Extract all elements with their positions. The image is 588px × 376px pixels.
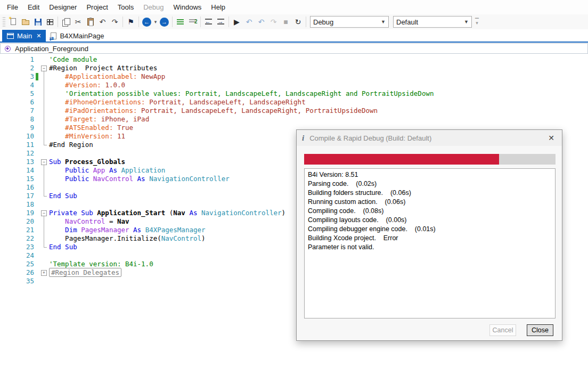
restart-icon[interactable]: ↻ bbox=[292, 16, 304, 28]
resume-icon[interactable]: ↶ bbox=[243, 16, 255, 28]
code-text: #iPhoneOrientations: Portrait, Landscape… bbox=[49, 98, 306, 107]
code-line-5[interactable]: 5 'Orientation possible values: Portrait… bbox=[0, 89, 588, 98]
back-history-dropdown-icon[interactable]: ▾ bbox=[153, 16, 158, 28]
code-text: #ApplicationLabel: NewApp bbox=[49, 72, 165, 81]
code-line-8[interactable]: 8 #Target: iPhone, iPad bbox=[0, 115, 588, 124]
menu-windows[interactable]: Windows bbox=[169, 1, 207, 14]
deploy-target-select[interactable]: Default▼ bbox=[393, 16, 472, 28]
expand-region-icon[interactable]: + bbox=[41, 270, 47, 276]
collapse-region-icon[interactable]: − bbox=[41, 66, 47, 71]
navigate-forward-icon[interactable]: → bbox=[158, 16, 170, 28]
line-number: 35 bbox=[0, 277, 34, 285]
menu-project[interactable]: Project bbox=[81, 1, 112, 14]
toolbar-separator bbox=[228, 17, 229, 27]
line-number: 2 bbox=[0, 64, 34, 72]
chevron-down-icon: ▼ bbox=[381, 19, 386, 24]
step-over-icon[interactable]: ↶ bbox=[255, 16, 267, 28]
line-number: 6 bbox=[0, 98, 34, 107]
tab-close-icon[interactable]: ✕ bbox=[36, 32, 41, 39]
build-configuration-select-value: Debug bbox=[313, 18, 333, 26]
bookmark-icon[interactable]: ⚑ bbox=[125, 16, 137, 28]
close-button[interactable]: Close bbox=[527, 324, 553, 336]
run-icon[interactable]: ▶ bbox=[231, 16, 243, 28]
comment-icon[interactable] bbox=[174, 16, 186, 28]
copy-icon[interactable] bbox=[60, 16, 72, 28]
toolbar-separator bbox=[138, 17, 139, 27]
line-number: 5 bbox=[0, 89, 34, 98]
uncomment-icon[interactable] bbox=[186, 16, 199, 28]
code-line-7[interactable]: 7 #iPadOrientations: Portrait, Landscape… bbox=[0, 107, 588, 115]
tab-b4xmainpage[interactable]: B4XMainPage bbox=[46, 30, 109, 42]
log-line: Compiling code. (0.08s) bbox=[308, 207, 552, 216]
cut-icon[interactable]: ✂ bbox=[72, 16, 84, 28]
new-file-icon[interactable] bbox=[7, 16, 19, 28]
code-text: Private Sub Application_Start (Nav As Na… bbox=[49, 209, 285, 217]
redo-icon[interactable]: ↷ bbox=[109, 16, 121, 28]
menu-edit[interactable]: Edit bbox=[23, 1, 44, 14]
save-icon[interactable] bbox=[31, 16, 44, 28]
code-line-1[interactable]: 1'Code module bbox=[0, 55, 588, 64]
function-navigator-bar[interactable]: Application_Foreground bbox=[0, 43, 588, 54]
code-text: NavControl = Nav bbox=[49, 217, 129, 226]
code-line-2[interactable]: 2−#Region Project Attributes bbox=[0, 64, 588, 72]
tab-label: Main bbox=[17, 32, 32, 40]
outdent-icon[interactable] bbox=[202, 16, 215, 28]
log-line: B4i Version: 8.51 bbox=[308, 170, 552, 179]
collapse-region-icon[interactable]: − bbox=[41, 159, 47, 165]
dialog-title-bar[interactable]: i Compile & Rapid Debug (Build: Default)… bbox=[297, 130, 562, 146]
open-icon[interactable] bbox=[19, 16, 31, 28]
toolbar-separator bbox=[58, 17, 58, 27]
code-text: Public NavControl As NavigationControlle… bbox=[49, 175, 230, 183]
menu-help[interactable]: Help bbox=[206, 1, 230, 14]
code-text: #iPadOrientations: Portrait, LandscapeLe… bbox=[49, 107, 378, 115]
fold-guide-line bbox=[44, 216, 47, 248]
code-text: #ATSEnabled: True bbox=[49, 124, 133, 132]
menu-designer[interactable]: Designer bbox=[44, 1, 81, 14]
code-line-3[interactable]: 3 #ApplicationLabel: NewApp bbox=[0, 72, 588, 81]
collapse-region-icon[interactable]: − bbox=[41, 210, 47, 216]
log-line: Parsing code. (0.02s) bbox=[308, 179, 552, 189]
log-line: Parameter is not valid. bbox=[308, 243, 552, 252]
code-line-6[interactable]: 6 #iPhoneOrientations: Portrait, Landsca… bbox=[0, 98, 588, 107]
code-line-4[interactable]: 4 #Version: 1.0.0 bbox=[0, 81, 588, 89]
bookmark-marker bbox=[36, 73, 38, 80]
compile-progress-dialog: i Compile & Rapid Debug (Build: Default)… bbox=[296, 129, 562, 341]
toolbar-overflow-icon[interactable]: ▔▾ bbox=[475, 20, 479, 24]
indent-icon[interactable] bbox=[215, 16, 227, 28]
line-number: 9 bbox=[0, 124, 34, 132]
cancel-button[interactable]: Cancel bbox=[489, 324, 516, 336]
line-number: 1 bbox=[0, 55, 34, 64]
toolbar-grip bbox=[2, 17, 6, 27]
save-icon-shape bbox=[35, 19, 42, 26]
tab-main[interactable]: Main✕ bbox=[2, 30, 46, 42]
log-line: Compiling layouts code. (0.00s) bbox=[308, 216, 552, 225]
line-number: 25 bbox=[0, 260, 34, 268]
toolbar: ✂↶↷⚑←▾→▶↶↶↷■↻Debug▼Default▼▔▾ bbox=[0, 14, 588, 29]
paste-icon[interactable] bbox=[84, 16, 96, 28]
current-sub-label: Application_Foreground bbox=[15, 45, 88, 53]
line-number: 21 bbox=[0, 226, 34, 234]
modules-icon[interactable] bbox=[44, 16, 56, 28]
step-into-icon[interactable]: ↷ bbox=[267, 16, 280, 28]
line-number: 3 bbox=[0, 72, 34, 81]
stop-icon[interactable]: ■ bbox=[280, 16, 292, 28]
line-number: 8 bbox=[0, 115, 34, 124]
event-sub-icon bbox=[5, 46, 11, 52]
code-text: #MinVersion: 11 bbox=[49, 132, 125, 141]
code-text: 'Code module bbox=[49, 55, 97, 64]
log-line: Building Xcode project. Error bbox=[308, 234, 552, 243]
code-text: PagesManager.Initialize(NavControl) bbox=[49, 234, 206, 243]
line-number: 7 bbox=[0, 107, 34, 115]
line-number: 19 bbox=[0, 209, 34, 217]
navigate-back-icon[interactable]: ← bbox=[141, 16, 153, 28]
code-text: #Target: iPhone, iPad bbox=[49, 115, 149, 124]
menu-tools[interactable]: Tools bbox=[113, 1, 138, 14]
dialog-close-icon[interactable]: ✕ bbox=[546, 134, 557, 142]
code-text: Dim PagesManager As B4XPagesManager bbox=[49, 226, 206, 234]
toolbar-separator bbox=[306, 17, 306, 27]
line-number: 20 bbox=[0, 217, 34, 226]
undo-icon[interactable]: ↶ bbox=[96, 16, 109, 28]
build-configuration-select[interactable]: Debug▼ bbox=[310, 16, 389, 28]
log-line: Running custom action. (0.06s) bbox=[308, 198, 552, 207]
menu-file[interactable]: File bbox=[2, 1, 23, 14]
